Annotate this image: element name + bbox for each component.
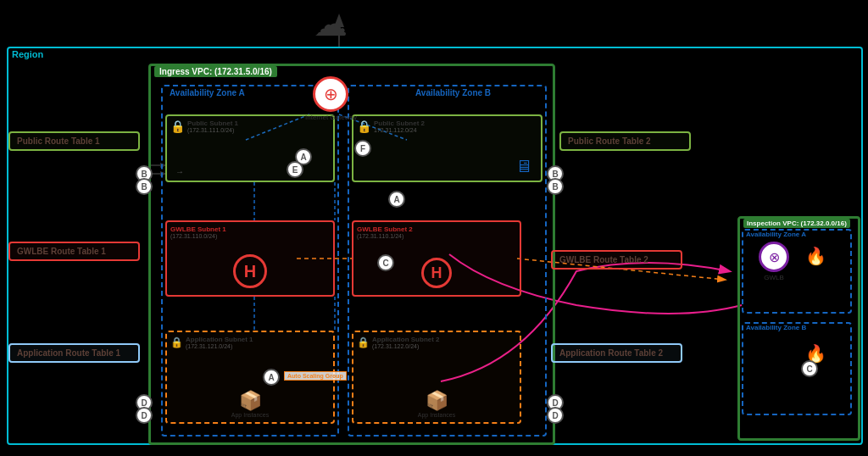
gwlbe-rt1-label: GWLBE Route Table 1 <box>17 247 106 256</box>
flow-label-d2: D <box>136 407 153 424</box>
app-instances-label-2: App Instances <box>418 412 455 418</box>
inspection-az-a-label: Availability Zone A <box>746 231 806 238</box>
gwlbe-subnet-1-box: GWLBE Subnet 1 (172.31.110.0/24) H <box>165 220 335 297</box>
arrow-e-indicator: → <box>175 167 184 176</box>
public-rt1-label: Public Route Table 1 <box>17 136 100 146</box>
gateway-icon: ⊕ <box>324 84 338 104</box>
inspection-az-b-label: Availability Zone B <box>746 324 806 331</box>
public-subnet-2-label: Public Subnet 2 <box>374 120 425 127</box>
region-label: Region <box>12 49 43 59</box>
gwlbe-rt2-box: GWLBE Route Table 2 <box>551 250 682 270</box>
app-rt1-label: Application Route Table 1 <box>17 348 120 358</box>
gwlbe-subnet-1-cidr: (172.31.110.0/24) <box>170 233 226 239</box>
az-b-label: Availability Zone B <box>415 88 491 97</box>
public-subnet-2-box: 🔒 Public Subnet 2 172.31.112.0/24 🖥 <box>352 114 542 182</box>
igw-container: ⊕ Internet Gateway <box>305 76 357 121</box>
gwlbe-rt2-label: GWLBE Route Table 2 <box>559 255 648 264</box>
lock-icon-subnet2: 🔒 <box>357 120 371 133</box>
gwlb-label: GWLB <box>759 274 789 281</box>
public-subnet-1-box: 🔒 Public Subnet 1 (172.31.111.0/24) → <box>165 114 335 182</box>
gwlbe-subnet-2-cidr: (172.31.110.1/24) <box>357 233 413 239</box>
app-subnet-1-label: Application Subnet 1 <box>186 336 253 343</box>
app-subnet-1-cidr: (172.31.121.0/24) <box>186 343 253 349</box>
app-subnet-2-cidr: (172.31.122.0/24) <box>372 343 440 349</box>
public-rt2-label: Public Route Table 2 <box>568 136 651 146</box>
app-instances-icon-1: 📦 <box>231 390 269 412</box>
auto-scaling-label: Auto Scaling Group <box>284 371 347 381</box>
app-instances-icon-2: 📦 <box>418 390 455 412</box>
ingress-vpc-label: Ingress VPC: (172.31.5.0/16) <box>154 66 277 77</box>
igw-label: Internet Gateway <box>305 114 357 121</box>
lock-icon-app1: 🔒 <box>170 336 183 348</box>
app-rt2-box: Application Route Table 2 <box>551 343 682 363</box>
flow-label-d4: D <box>547 407 564 424</box>
gwlb-icon: ⊗ <box>759 242 789 272</box>
flow-label-c1: C <box>377 254 394 271</box>
lock-icon-subnet1: 🔒 <box>170 120 185 133</box>
app-subnet-2-box: 🔒 Application Subnet 2 (172.31.122.0/24)… <box>352 331 521 424</box>
flow-label-a2: A <box>388 191 405 208</box>
flow-label-a3: A <box>263 369 280 386</box>
gwlbe-icon-2: H <box>421 258 452 288</box>
public-rt2-box: Public Route Table 2 <box>559 131 691 151</box>
server-icon-subnet2: 🖥 <box>515 157 532 176</box>
diagram-container: ☁ <box>0 0 868 456</box>
gwlbe-rt1-box: GWLBE Route Table 1 <box>8 242 140 261</box>
lock-icon-app2: 🔒 <box>357 336 370 348</box>
flow-label-b2: B <box>136 178 153 195</box>
az-a-label: Availability Zone A <box>170 88 245 97</box>
gwlbe-subnet-2-label: GWLBE Subnet 2 <box>357 225 413 233</box>
igw-icon-circle: ⊕ <box>313 76 348 112</box>
public-subnet-1-label: Public Subnet 1 <box>187 120 238 127</box>
firewall-icon-1: 🔥 <box>805 246 826 266</box>
app-subnet-2-label: Application Subnet 2 <box>372 336 440 343</box>
public-subnet-2-cidr: 172.31.112.0/24 <box>374 127 425 133</box>
flow-label-c2: C <box>801 360 818 377</box>
cloud-icon: ☁ <box>314 4 348 43</box>
flow-label-e: E <box>287 161 303 178</box>
app-rt1-box: Application Route Table 1 <box>8 343 140 363</box>
gwlb-container: ⊗ GWLB <box>759 242 789 281</box>
gwlb-symbol: ⊗ <box>769 249 780 265</box>
flow-label-b4: B <box>547 178 564 195</box>
app-instances-label-1: App Instances <box>231 412 269 418</box>
gwlbe-subnet-1-label: GWLBE Subnet 1 <box>170 225 226 233</box>
inspection-az-b-box <box>742 322 852 415</box>
gwlbe-icon-1: H <box>233 254 267 288</box>
app-rt2-label: Application Route Table 2 <box>559 348 663 358</box>
inspection-vpc-label: Inspection VPC: (172.32.0.0/16) <box>743 219 850 228</box>
public-rt1-box: Public Route Table 1 <box>8 131 140 151</box>
public-subnet-1-cidr: (172.31.111.0/24) <box>187 127 238 133</box>
flow-label-f: F <box>354 140 371 157</box>
